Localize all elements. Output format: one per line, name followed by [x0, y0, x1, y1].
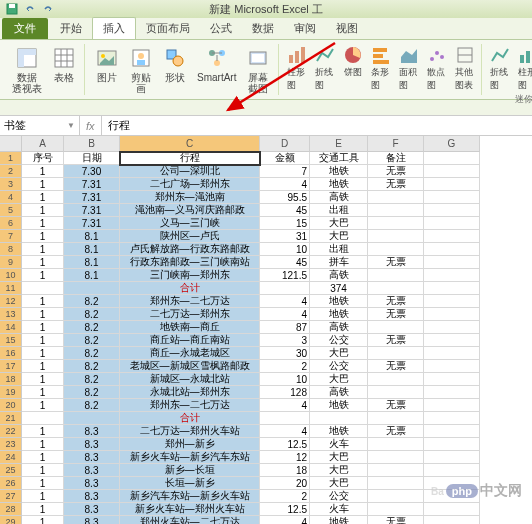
name-box[interactable]: 书签▼ — [0, 116, 80, 135]
cell[interactable]: 8.1 — [64, 269, 120, 282]
cell[interactable]: 合计 — [120, 282, 260, 295]
cell[interactable]: 7 — [260, 165, 310, 178]
cell[interactable]: 1 — [22, 230, 64, 243]
tab-view[interactable]: 视图 — [326, 18, 368, 39]
cell[interactable]: 地铁 — [310, 399, 368, 412]
row-header[interactable]: 19 — [0, 386, 22, 399]
cell[interactable]: 老城区—新城区雪枫路邮政 — [120, 360, 260, 373]
cell[interactable]: 郑州火车站—二七万达 — [120, 516, 260, 524]
cell[interactable] — [368, 464, 424, 477]
cell[interactable]: 新乡火车站—郑州火车站 — [120, 503, 260, 516]
cell[interactable] — [424, 451, 480, 464]
cell[interactable]: 新乡汽车东站—新乡火车站 — [120, 490, 260, 503]
cell[interactable]: 大巴 — [310, 230, 368, 243]
cell[interactable]: 商丘—永城老城区 — [120, 347, 260, 360]
cell[interactable]: 无票 — [368, 165, 424, 178]
cell[interactable] — [260, 412, 310, 425]
cell[interactable]: 8.2 — [64, 321, 120, 334]
cell[interactable]: 合计 — [120, 412, 260, 425]
cell[interactable]: 8.2 — [64, 373, 120, 386]
cell[interactable]: 公交 — [310, 490, 368, 503]
cell[interactable]: 高铁 — [310, 321, 368, 334]
cell[interactable]: 8.3 — [64, 516, 120, 524]
cell[interactable]: 7.31 — [64, 178, 120, 191]
cell[interactable] — [424, 490, 480, 503]
cell[interactable]: 8.3 — [64, 503, 120, 516]
cell[interactable]: 12.5 — [260, 503, 310, 516]
cell[interactable]: 1 — [22, 191, 64, 204]
cell[interactable]: 87 — [260, 321, 310, 334]
row-header[interactable]: 11 — [0, 282, 22, 295]
cell[interactable]: 大巴 — [310, 217, 368, 230]
cell[interactable] — [424, 425, 480, 438]
row-header[interactable]: 12 — [0, 295, 22, 308]
cell[interactable]: 30 — [260, 347, 310, 360]
cell[interactable]: 12 — [260, 451, 310, 464]
cell[interactable]: 三门峡南—郑州东 — [120, 269, 260, 282]
row-header[interactable]: 24 — [0, 451, 22, 464]
cell[interactable]: 大巴 — [310, 477, 368, 490]
row-header[interactable]: 20 — [0, 399, 22, 412]
fx-icon[interactable]: fx — [86, 120, 95, 132]
col-header[interactable]: B — [64, 136, 120, 152]
cell[interactable]: 4 — [260, 399, 310, 412]
chart-2-button[interactable]: 饼图 — [341, 44, 365, 93]
row-header[interactable]: 5 — [0, 204, 22, 217]
row-header[interactable]: 3 — [0, 178, 22, 191]
chart-3-button[interactable]: 条形图 — [369, 44, 393, 93]
cell[interactable]: 7.31 — [64, 217, 120, 230]
cell[interactable] — [368, 373, 424, 386]
cell[interactable]: 1 — [22, 360, 64, 373]
col-header[interactable]: F — [368, 136, 424, 152]
cell[interactable]: 10 — [260, 373, 310, 386]
cell[interactable] — [424, 217, 480, 230]
header-cell[interactable]: 交通工具 — [310, 152, 368, 165]
pivot-table-button[interactable]: 数据 透视表 — [8, 44, 46, 96]
cell[interactable]: 8.1 — [64, 256, 120, 269]
cell[interactable]: 31 — [260, 230, 310, 243]
row-header[interactable]: 7 — [0, 230, 22, 243]
cell[interactable]: 4 — [260, 308, 310, 321]
cell[interactable]: 4 — [260, 516, 310, 524]
cell[interactable] — [424, 347, 480, 360]
cell[interactable]: 1 — [22, 243, 64, 256]
cell[interactable]: 8.3 — [64, 464, 120, 477]
cell[interactable] — [368, 503, 424, 516]
cell[interactable] — [424, 308, 480, 321]
col-header[interactable]: A — [22, 136, 64, 152]
cell[interactable]: 出租 — [310, 204, 368, 217]
cell[interactable]: 121.5 — [260, 269, 310, 282]
cell[interactable]: 8.3 — [64, 451, 120, 464]
cell[interactable]: 1 — [22, 321, 64, 334]
cell[interactable]: 8.2 — [64, 347, 120, 360]
cell[interactable]: 陕州区—卢氏 — [120, 230, 260, 243]
cell[interactable]: 2 — [260, 490, 310, 503]
cell[interactable]: 128 — [260, 386, 310, 399]
header-cell[interactable]: 序号 — [22, 152, 64, 165]
cell[interactable]: 8.2 — [64, 386, 120, 399]
cell[interactable] — [424, 360, 480, 373]
cell[interactable] — [424, 152, 480, 165]
cell[interactable]: 1 — [22, 373, 64, 386]
undo-icon[interactable] — [22, 1, 38, 17]
cell[interactable]: 郑州东—渑池南 — [120, 191, 260, 204]
cell[interactable] — [368, 386, 424, 399]
col-header[interactable]: C — [120, 136, 260, 152]
row-header[interactable]: 16 — [0, 347, 22, 360]
cell[interactable]: 4 — [260, 425, 310, 438]
row-header[interactable]: 17 — [0, 360, 22, 373]
chart-0-button[interactable]: 柱形图 — [285, 44, 309, 93]
save-icon[interactable] — [4, 1, 20, 17]
cell[interactable]: 无票 — [368, 334, 424, 347]
cell[interactable]: 二七万达—郑州东 — [120, 308, 260, 321]
cell[interactable]: 无票 — [368, 399, 424, 412]
chart-4-button[interactable]: 面积图 — [397, 44, 421, 93]
cell[interactable]: 二七万达—郑州火车站 — [120, 425, 260, 438]
cell[interactable]: 1 — [22, 477, 64, 490]
cell[interactable] — [424, 399, 480, 412]
cell[interactable]: 3 — [260, 334, 310, 347]
cell[interactable]: 7.31 — [64, 204, 120, 217]
cell[interactable]: 无票 — [368, 178, 424, 191]
cell[interactable]: 18 — [260, 464, 310, 477]
smartart-button[interactable]: SmartArt — [193, 44, 240, 96]
